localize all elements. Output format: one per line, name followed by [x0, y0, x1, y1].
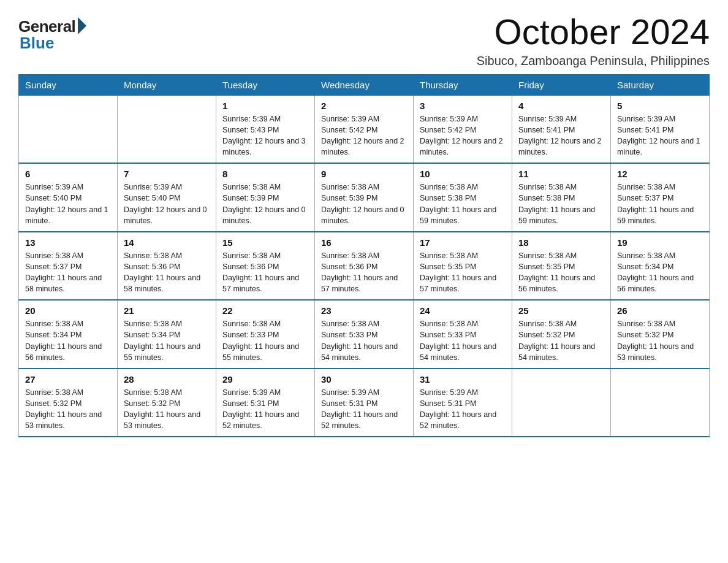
logo-arrow-icon — [78, 17, 86, 34]
day-info: Sunrise: 5:38 AM Sunset: 5:34 PM Dayligh… — [25, 318, 111, 363]
day-number: 7 — [124, 169, 210, 179]
day-number: 17 — [420, 237, 506, 248]
calendar-cell: 11Sunrise: 5:38 AM Sunset: 5:38 PM Dayli… — [512, 163, 611, 232]
day-info: Sunrise: 5:38 AM Sunset: 5:39 PM Dayligh… — [321, 182, 407, 226]
day-info: Sunrise: 5:39 AM Sunset: 5:42 PM Dayligh… — [321, 113, 407, 158]
day-number: 24 — [420, 305, 506, 316]
day-info: Sunrise: 5:38 AM Sunset: 5:35 PM Dayligh… — [420, 250, 506, 295]
day-number: 21 — [124, 305, 210, 316]
calendar-cell: 1Sunrise: 5:39 AM Sunset: 5:43 PM Daylig… — [216, 95, 315, 163]
calendar-week-row: 6Sunrise: 5:39 AM Sunset: 5:40 PM Daylig… — [19, 163, 710, 232]
day-of-week-header: Sunday — [19, 74, 118, 95]
calendar-cell: 21Sunrise: 5:38 AM Sunset: 5:34 PM Dayli… — [118, 300, 216, 369]
day-info: Sunrise: 5:39 AM Sunset: 5:40 PM Dayligh… — [25, 182, 111, 226]
day-info: Sunrise: 5:39 AM Sunset: 5:40 PM Dayligh… — [124, 182, 210, 226]
calendar-cell: 14Sunrise: 5:38 AM Sunset: 5:36 PM Dayli… — [118, 232, 216, 301]
day-number: 6 — [25, 169, 111, 179]
calendar-cell: 26Sunrise: 5:38 AM Sunset: 5:32 PM Dayli… — [611, 300, 710, 369]
day-number: 11 — [518, 169, 604, 179]
day-number: 2 — [321, 101, 407, 111]
day-number: 4 — [518, 101, 604, 111]
day-info: Sunrise: 5:38 AM Sunset: 5:38 PM Dayligh… — [420, 182, 506, 226]
calendar-week-row: 13Sunrise: 5:38 AM Sunset: 5:37 PM Dayli… — [19, 232, 710, 301]
day-number: 13 — [25, 237, 111, 248]
calendar-cell: 7Sunrise: 5:39 AM Sunset: 5:40 PM Daylig… — [118, 163, 216, 232]
calendar-cell: 12Sunrise: 5:38 AM Sunset: 5:37 PM Dayli… — [611, 163, 710, 232]
day-of-week-header: Monday — [118, 74, 216, 95]
calendar-cell: 30Sunrise: 5:39 AM Sunset: 5:31 PM Dayli… — [315, 369, 414, 437]
day-number: 23 — [321, 305, 407, 316]
day-info: Sunrise: 5:38 AM Sunset: 5:38 PM Dayligh… — [518, 182, 604, 226]
calendar-cell: 13Sunrise: 5:38 AM Sunset: 5:37 PM Dayli… — [19, 232, 118, 301]
calendar-cell: 17Sunrise: 5:38 AM Sunset: 5:35 PM Dayli… — [414, 232, 512, 301]
day-info: Sunrise: 5:39 AM Sunset: 5:41 PM Dayligh… — [518, 113, 604, 158]
day-number: 8 — [222, 169, 308, 179]
calendar-cell: 28Sunrise: 5:38 AM Sunset: 5:32 PM Dayli… — [118, 369, 216, 437]
calendar-cell: 31Sunrise: 5:39 AM Sunset: 5:31 PM Dayli… — [414, 369, 512, 437]
day-info: Sunrise: 5:38 AM Sunset: 5:34 PM Dayligh… — [617, 250, 703, 295]
day-of-week-header: Tuesday — [216, 74, 315, 95]
calendar-table: SundayMondayTuesdayWednesdayThursdayFrid… — [18, 74, 710, 438]
calendar-week-row: 27Sunrise: 5:38 AM Sunset: 5:32 PM Dayli… — [19, 369, 710, 437]
day-number: 1 — [222, 101, 308, 111]
day-number: 28 — [124, 374, 210, 385]
calendar-week-row: 20Sunrise: 5:38 AM Sunset: 5:34 PM Dayli… — [19, 300, 710, 369]
day-info: Sunrise: 5:38 AM Sunset: 5:32 PM Dayligh… — [617, 318, 703, 363]
calendar-header-row: SundayMondayTuesdayWednesdayThursdayFrid… — [19, 74, 710, 95]
day-info: Sunrise: 5:38 AM Sunset: 5:33 PM Dayligh… — [420, 318, 506, 363]
day-number: 16 — [321, 237, 407, 248]
day-number: 3 — [420, 101, 506, 111]
calendar-week-row: 1Sunrise: 5:39 AM Sunset: 5:43 PM Daylig… — [19, 95, 710, 163]
calendar-subtitle: Sibuco, Zamboanga Peninsula, Philippines — [477, 54, 710, 68]
calendar-cell: 18Sunrise: 5:38 AM Sunset: 5:35 PM Dayli… — [512, 232, 611, 301]
calendar-cell: 10Sunrise: 5:38 AM Sunset: 5:38 PM Dayli… — [414, 163, 512, 232]
day-number: 30 — [321, 374, 407, 385]
day-info: Sunrise: 5:38 AM Sunset: 5:34 PM Dayligh… — [124, 318, 210, 363]
calendar-cell: 6Sunrise: 5:39 AM Sunset: 5:40 PM Daylig… — [19, 163, 118, 232]
calendar-cell: 19Sunrise: 5:38 AM Sunset: 5:34 PM Dayli… — [611, 232, 710, 301]
day-number: 5 — [617, 101, 703, 111]
calendar-cell: 29Sunrise: 5:39 AM Sunset: 5:31 PM Dayli… — [216, 369, 315, 437]
day-info: Sunrise: 5:38 AM Sunset: 5:36 PM Dayligh… — [124, 250, 210, 295]
calendar-cell: 25Sunrise: 5:38 AM Sunset: 5:32 PM Dayli… — [512, 300, 611, 369]
day-info: Sunrise: 5:39 AM Sunset: 5:41 PM Dayligh… — [617, 113, 703, 158]
calendar-cell — [611, 369, 710, 437]
day-info: Sunrise: 5:39 AM Sunset: 5:42 PM Dayligh… — [420, 113, 506, 158]
day-number: 14 — [124, 237, 210, 248]
day-of-week-header: Thursday — [414, 74, 512, 95]
calendar-cell — [118, 95, 216, 163]
day-number: 9 — [321, 169, 407, 179]
day-number: 25 — [518, 305, 604, 316]
day-number: 15 — [222, 237, 308, 248]
day-info: Sunrise: 5:38 AM Sunset: 5:32 PM Dayligh… — [518, 318, 604, 363]
calendar-cell: 9Sunrise: 5:38 AM Sunset: 5:39 PM Daylig… — [315, 163, 414, 232]
calendar-cell: 8Sunrise: 5:38 AM Sunset: 5:39 PM Daylig… — [216, 163, 315, 232]
day-number: 31 — [420, 374, 506, 385]
day-info: Sunrise: 5:39 AM Sunset: 5:31 PM Dayligh… — [222, 387, 308, 432]
calendar-cell — [512, 369, 611, 437]
calendar-cell: 23Sunrise: 5:38 AM Sunset: 5:33 PM Dayli… — [315, 300, 414, 369]
calendar-cell: 22Sunrise: 5:38 AM Sunset: 5:33 PM Dayli… — [216, 300, 315, 369]
calendar-cell: 4Sunrise: 5:39 AM Sunset: 5:41 PM Daylig… — [512, 95, 611, 163]
calendar-cell: 3Sunrise: 5:39 AM Sunset: 5:42 PM Daylig… — [414, 95, 512, 163]
day-number: 27 — [25, 374, 111, 385]
day-info: Sunrise: 5:38 AM Sunset: 5:37 PM Dayligh… — [617, 182, 703, 226]
day-info: Sunrise: 5:38 AM Sunset: 5:39 PM Dayligh… — [222, 182, 308, 226]
day-info: Sunrise: 5:38 AM Sunset: 5:37 PM Dayligh… — [25, 250, 111, 295]
day-of-week-header: Wednesday — [315, 74, 414, 95]
calendar-cell: 2Sunrise: 5:39 AM Sunset: 5:42 PM Daylig… — [315, 95, 414, 163]
calendar-cell: 27Sunrise: 5:38 AM Sunset: 5:32 PM Dayli… — [19, 369, 118, 437]
day-info: Sunrise: 5:38 AM Sunset: 5:36 PM Dayligh… — [222, 250, 308, 295]
day-info: Sunrise: 5:38 AM Sunset: 5:33 PM Dayligh… — [222, 318, 308, 363]
day-number: 29 — [222, 374, 308, 385]
calendar-cell: 24Sunrise: 5:38 AM Sunset: 5:33 PM Dayli… — [414, 300, 512, 369]
day-of-week-header: Saturday — [611, 74, 710, 95]
day-number: 10 — [420, 169, 506, 179]
day-info: Sunrise: 5:38 AM Sunset: 5:35 PM Dayligh… — [518, 250, 604, 295]
calendar-cell: 20Sunrise: 5:38 AM Sunset: 5:34 PM Dayli… — [19, 300, 118, 369]
logo: General Blue — [18, 12, 86, 53]
day-number: 22 — [222, 305, 308, 316]
day-info: Sunrise: 5:38 AM Sunset: 5:36 PM Dayligh… — [321, 250, 407, 295]
calendar-cell: 16Sunrise: 5:38 AM Sunset: 5:36 PM Dayli… — [315, 232, 414, 301]
day-of-week-header: Friday — [512, 74, 611, 95]
